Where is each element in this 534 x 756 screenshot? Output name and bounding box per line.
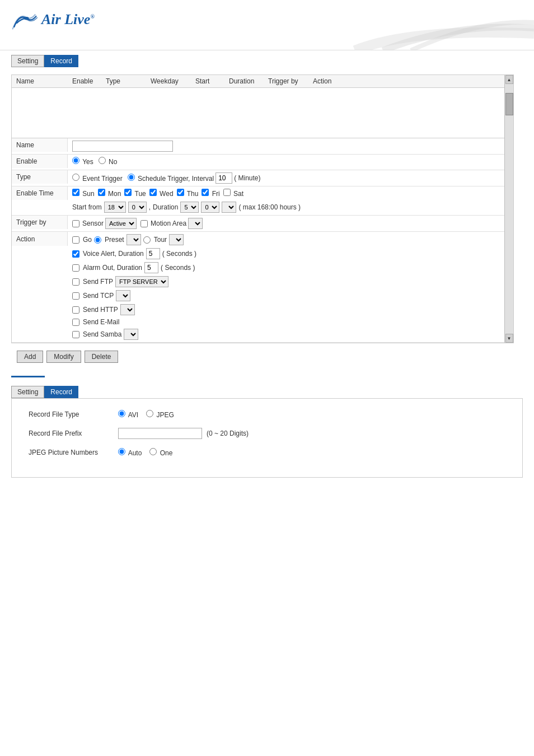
trigger-by-row: Trigger by Sensor Active Motion Area: [12, 216, 513, 232]
day-wed[interactable]: Wed: [149, 189, 174, 198]
enable-no-radio[interactable]: [99, 157, 106, 164]
enable-value: Yes No: [68, 155, 513, 168]
tab-record-2[interactable]: Record: [44, 386, 78, 398]
tcp-select[interactable]: [116, 290, 130, 301]
cb-mon[interactable]: [98, 189, 105, 196]
cb-sun[interactable]: [72, 189, 79, 196]
name-input[interactable]: [72, 141, 173, 152]
preset-radio[interactable]: [94, 236, 101, 244]
alarm-seconds-text: ( Seconds ): [161, 264, 195, 272]
send-ftp-row: Send FTP FTP SERVER: [72, 276, 168, 287]
tab-setting-2[interactable]: Setting: [11, 386, 44, 398]
motion-area-checkbox[interactable]: [140, 220, 148, 227]
voice-seconds-text: ( Seconds ): [162, 250, 196, 258]
scrollbar-1[interactable]: ▲ ▼: [504, 75, 513, 343]
scroll-down-arrow[interactable]: ▼: [505, 334, 513, 343]
auto-option[interactable]: Auto: [118, 448, 142, 457]
modify-button[interactable]: Modify: [46, 351, 81, 363]
voice-duration-input[interactable]: [146, 248, 160, 259]
alarm-out-checkbox[interactable]: [72, 264, 79, 272]
tab-setting-1[interactable]: Setting: [11, 55, 44, 67]
scroll-thumb[interactable]: [505, 93, 513, 115]
day-thu[interactable]: Thu: [177, 189, 199, 198]
day-mon[interactable]: Mon: [98, 189, 121, 198]
voice-alert-checkbox[interactable]: [72, 250, 79, 258]
cb-fri[interactable]: [202, 189, 209, 196]
http-select[interactable]: [120, 304, 135, 315]
enable-yes-text: Yes: [82, 158, 93, 166]
tour-radio[interactable]: [143, 236, 151, 244]
cb-wed[interactable]: [149, 189, 157, 196]
record-file-prefix-value: (0 ~ 20 Digits): [118, 428, 249, 439]
send-http-checkbox[interactable]: [72, 306, 79, 314]
interval-input[interactable]: [216, 172, 232, 184]
jpeg-radio[interactable]: [146, 410, 153, 417]
section-divider: [11, 376, 45, 377]
send-email-text: Send E-Mail: [83, 318, 119, 326]
send-tcp-checkbox[interactable]: [72, 292, 79, 300]
col-weekday: Weekday: [151, 77, 195, 85]
duration-min2-select[interactable]: [222, 202, 236, 213]
alarm-duration-input[interactable]: [144, 262, 158, 273]
jpeg-option[interactable]: JPEG: [146, 410, 174, 419]
enable-no-option[interactable]: No: [99, 157, 118, 166]
action-label: Action: [12, 232, 68, 246]
jpeg-numbers-label: JPEG Picture Numbers: [29, 449, 118, 456]
enable-label: Enable: [12, 155, 68, 168]
record-file-prefix-row: Record File Prefix (0 ~ 20 Digits): [29, 428, 505, 439]
header-decoration: [299, 0, 534, 50]
start-row: Start from 18 0 , Duration 5 0 ( ma: [72, 202, 301, 213]
prefix-hint: (0 ~ 20 Digits): [207, 430, 249, 437]
type-event-option[interactable]: Event Trigger: [72, 174, 123, 183]
day-tue[interactable]: Tue: [124, 189, 146, 198]
scroll-up-arrow[interactable]: ▲: [505, 75, 513, 84]
tour-select[interactable]: [169, 234, 184, 245]
day-sat[interactable]: Sat: [223, 189, 243, 198]
duration-select[interactable]: 5: [180, 202, 199, 213]
one-radio[interactable]: [149, 448, 157, 455]
day-sun[interactable]: Sun: [72, 189, 95, 198]
type-label: Type: [12, 170, 68, 184]
col-name: Name: [16, 77, 72, 85]
start-hour-select[interactable]: 18: [104, 202, 126, 213]
motion-area-select[interactable]: [188, 218, 203, 229]
action-value: Go Preset Tour Voice Alert, Duration ( S…: [68, 232, 513, 342]
avi-radio[interactable]: [118, 410, 125, 417]
sensor-active-select[interactable]: Active: [105, 218, 137, 229]
prefix-input[interactable]: [118, 428, 202, 439]
type-schedule-option[interactable]: Schedule Trigger, Interval: [128, 174, 214, 183]
duration-min-select[interactable]: 0: [201, 202, 219, 213]
send-ftp-checkbox[interactable]: [72, 278, 79, 286]
record-file-prefix-label: Record File Prefix: [29, 430, 118, 437]
cb-tue[interactable]: [124, 189, 132, 196]
enable-yes-option[interactable]: Yes: [72, 157, 93, 166]
name-value: [68, 138, 513, 154]
auto-radio[interactable]: [118, 448, 125, 455]
enable-yes-radio[interactable]: [72, 157, 79, 164]
type-event-radio[interactable]: [72, 174, 79, 181]
cb-sat[interactable]: [223, 189, 231, 196]
cb-thu[interactable]: [177, 189, 184, 196]
start-min-select[interactable]: 0: [128, 202, 147, 213]
sensor-checkbox[interactable]: [72, 220, 79, 227]
avi-option[interactable]: AVI: [118, 410, 138, 419]
one-text: One: [160, 449, 173, 457]
day-fri[interactable]: Fri: [202, 189, 219, 198]
minute-label: ( Minute): [234, 174, 260, 182]
voice-alert-row: Voice Alert, Duration ( Seconds ): [72, 248, 196, 259]
action-row: Action Go Preset Tour Voic: [12, 232, 513, 343]
col-enable: Enable: [72, 77, 106, 85]
go-checkbox[interactable]: [72, 236, 79, 244]
ftp-server-select[interactable]: FTP SERVER: [115, 276, 168, 287]
tab-record-1[interactable]: Record: [44, 55, 78, 67]
send-samba-checkbox[interactable]: [72, 331, 79, 338]
one-option[interactable]: One: [149, 448, 172, 457]
add-button[interactable]: Add: [17, 351, 43, 363]
days-row: Sun Mon Tue Wed Thu Fri Sat: [72, 189, 243, 198]
delete-button[interactable]: Delete: [85, 351, 119, 363]
type-schedule-radio[interactable]: [128, 174, 135, 181]
send-email-checkbox[interactable]: [72, 319, 79, 326]
preset-select[interactable]: [127, 234, 141, 245]
jpeg-numbers-row: JPEG Picture Numbers Auto One: [29, 448, 505, 457]
samba-select[interactable]: [124, 329, 138, 340]
